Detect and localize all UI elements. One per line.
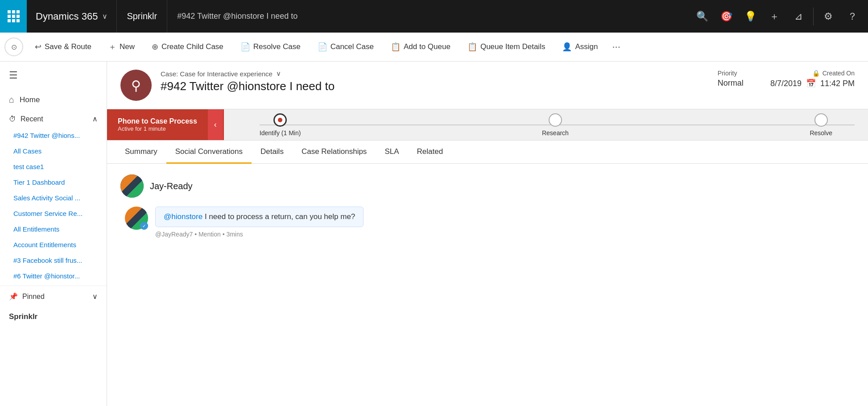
- process-steps: Identify (1 Min) Research Resolve: [224, 113, 868, 137]
- recent-icon: ⏱: [9, 115, 16, 123]
- step-resolve-label: Resolve: [810, 129, 832, 137]
- idea-icon[interactable]: 💡: [739, 5, 761, 28]
- recent-section-header[interactable]: ⏱ Recent ∧: [0, 110, 107, 128]
- brand-chevron-icon: ∨: [102, 12, 107, 21]
- step-resolve[interactable]: Resolve: [810, 113, 832, 137]
- priority-meta: Priority Normal: [718, 70, 744, 88]
- author-name: Jay-Ready: [150, 181, 193, 191]
- step-research[interactable]: Research: [542, 113, 569, 137]
- social-message-wrapper: ✓ @hionstore I need to process a return,…: [120, 207, 855, 238]
- case-info: Case: Case for Interactive experience ∨ …: [161, 70, 709, 93]
- sidebar: ☰ ⌂ Home ⏱ Recent ∧ #942 Twitter @hions.…: [0, 62, 107, 406]
- author-avatar: [120, 174, 144, 198]
- new-label: New: [120, 42, 135, 51]
- top-nav-icons: 🔍 🎯 💡 ＋ ⊿ ⚙ ？: [691, 5, 868, 28]
- sidebar-item-customer-service[interactable]: Customer Service Re...: [0, 206, 107, 221]
- twitter-badge: ✓: [140, 222, 148, 230]
- sidebar-item-home[interactable]: ⌂ Home: [0, 89, 107, 110]
- pinned-label: Pinned: [22, 293, 45, 301]
- case-meta: Priority Normal 🔒 Created On 8/7/2019 📅 …: [718, 70, 855, 88]
- app-name: Sprinklr: [117, 0, 167, 33]
- back-button[interactable]: ⊙: [4, 37, 23, 56]
- created-on-label: 🔒 Created On: [812, 70, 855, 77]
- cancel-label: Cancel Case: [331, 42, 374, 51]
- created-on-meta: 🔒 Created On 8/7/2019 📅 11:42 PM: [770, 70, 855, 88]
- pinned-section-header[interactable]: 📌 Pinned ∨: [0, 288, 107, 305]
- process-bar: Phone to Case Process Active for 1 minut…: [107, 109, 868, 141]
- message-bubble: @hionstore I need to process a return, c…: [155, 207, 364, 227]
- sidebar-item-all-entitlements[interactable]: All Entitlements: [0, 221, 107, 237]
- tab-case-relationships[interactable]: Case Relationships: [293, 141, 376, 164]
- cancel-icon: 📄: [318, 42, 327, 52]
- queue-details-icon: 📋: [467, 42, 477, 52]
- step-identify-circle: [273, 113, 287, 127]
- sidebar-item-twitter-6[interactable]: #6 Twitter @hionstor...: [0, 268, 107, 284]
- process-label: Phone to Case Process Active for 1 minut…: [107, 109, 208, 140]
- tab-details[interactable]: Details: [252, 141, 293, 164]
- add-queue-icon: 📋: [391, 42, 401, 52]
- sidebar-item-all-cases[interactable]: All Cases: [0, 143, 107, 159]
- case-type-text: Case: Case for Interactive experience: [161, 70, 273, 78]
- target-icon[interactable]: 🎯: [715, 5, 737, 28]
- sidebar-item-tier1[interactable]: Tier 1 Dashboard: [0, 174, 107, 190]
- case-header: ⚲ Case: Case for Interactive experience …: [107, 62, 868, 109]
- save-route-icon: ↩: [35, 42, 41, 52]
- filter-icon[interactable]: ⊿: [787, 5, 810, 28]
- main-layout: ☰ ⌂ Home ⏱ Recent ∧ #942 Twitter @hions.…: [0, 62, 868, 406]
- waffle-button[interactable]: [0, 0, 27, 33]
- avatar-icon: ⚲: [131, 78, 141, 93]
- assign-label: Assign: [575, 42, 598, 51]
- brand-area[interactable]: Dynamics 365 ∨: [27, 0, 117, 33]
- resolve-icon: 📄: [240, 42, 250, 52]
- case-title: #942 Twitter @hionstore I need to: [161, 79, 709, 93]
- twitter-icon: ✓: [142, 224, 146, 228]
- tab-sla[interactable]: SLA: [376, 141, 408, 164]
- sidebar-item-facebook-3[interactable]: #3 Facebook still frus...: [0, 253, 107, 268]
- author-avatar-graphic: [120, 174, 144, 198]
- queue-details-button[interactable]: 📋 Queue Item Details: [459, 36, 554, 58]
- queue-details-label: Queue Item Details: [480, 42, 546, 51]
- assign-button[interactable]: 👤 Assign: [554, 36, 606, 58]
- pin-icon: 📌: [9, 292, 18, 301]
- current-tab-title: #942 Twitter @hionstore I need to: [167, 0, 307, 33]
- tab-social-conversations[interactable]: Social Converations: [166, 141, 252, 164]
- sidebar-item-case-942[interactable]: #942 Twitter @hions...: [0, 128, 107, 143]
- process-subtitle: Active for 1 minute: [118, 125, 197, 132]
- sidebar-divider: [0, 286, 107, 286]
- sidebar-item-account-entitlements[interactable]: Account Entitlements: [0, 237, 107, 253]
- step-research-circle: [549, 113, 562, 127]
- created-date: 8/7/2019: [770, 79, 802, 88]
- step-identify[interactable]: Identify (1 Min): [260, 113, 301, 137]
- social-author-header: Jay-Ready: [120, 174, 855, 198]
- new-button[interactable]: ＋ New: [100, 36, 143, 58]
- brand-text: Dynamics 365: [36, 11, 98, 22]
- tab-related[interactable]: Related: [408, 141, 452, 164]
- home-icon: ⌂: [9, 95, 14, 105]
- resolve-case-button[interactable]: 📄 Resolve Case: [232, 36, 309, 58]
- top-nav: Dynamics 365 ∨ Sprinklr #942 Twitter @hi…: [0, 0, 868, 33]
- lock-icon: 🔒: [812, 70, 820, 77]
- sidebar-item-sales-activity[interactable]: Sales Activity Social ...: [0, 190, 107, 206]
- nav-divider: [813, 8, 814, 25]
- process-collapse-button[interactable]: ‹: [208, 109, 224, 140]
- create-child-button[interactable]: ⊕ Create Child Case: [144, 36, 231, 58]
- create-child-label: Create Child Case: [161, 42, 223, 51]
- hamburger-icon[interactable]: ☰: [0, 62, 107, 89]
- search-icon[interactable]: 🔍: [691, 5, 713, 28]
- process-title: Phone to Case Process: [118, 117, 197, 125]
- more-button[interactable]: ···: [607, 36, 625, 58]
- calendar-icon[interactable]: 📅: [806, 79, 816, 88]
- add-icon[interactable]: ＋: [763, 5, 785, 28]
- cancel-case-button[interactable]: 📄 Cancel Case: [310, 36, 382, 58]
- case-type[interactable]: Case: Case for Interactive experience ∨: [161, 70, 709, 78]
- settings-icon[interactable]: ⚙: [817, 5, 839, 28]
- case-avatar: ⚲: [120, 70, 152, 101]
- tabs-bar: Summary Social Converations Details Case…: [107, 141, 868, 164]
- save-route-button[interactable]: ↩ Save & Route: [27, 36, 99, 58]
- sidebar-sprinklr: Sprinklr: [0, 305, 107, 328]
- help-icon[interactable]: ？: [841, 5, 864, 28]
- add-queue-button[interactable]: 📋 Add to Queue: [383, 36, 459, 58]
- sidebar-item-test-case[interactable]: test case1: [0, 159, 107, 174]
- case-type-chevron: ∨: [276, 70, 281, 78]
- tab-summary[interactable]: Summary: [116, 141, 166, 164]
